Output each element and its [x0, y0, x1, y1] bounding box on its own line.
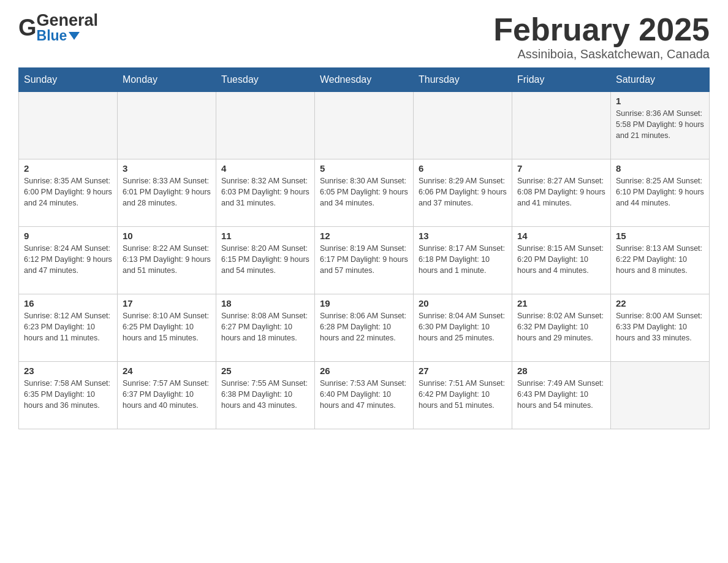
calendar-cell: 4Sunrise: 8:32 AM Sunset: 6:03 PM Daylig…	[216, 159, 315, 227]
calendar-cell: 22Sunrise: 8:00 AM Sunset: 6:33 PM Dayli…	[611, 294, 710, 362]
day-info: Sunrise: 8:10 AM Sunset: 6:25 PM Dayligh…	[123, 310, 211, 343]
day-info: Sunrise: 8:27 AM Sunset: 6:08 PM Dayligh…	[517, 175, 605, 209]
calendar-cell: 19Sunrise: 8:06 AM Sunset: 6:28 PM Dayli…	[315, 294, 414, 362]
calendar-header-sunday: Sunday	[19, 68, 118, 92]
day-number: 1	[616, 96, 704, 106]
calendar-cell: 3Sunrise: 8:33 AM Sunset: 6:01 PM Daylig…	[118, 159, 216, 227]
day-number: 10	[123, 231, 211, 241]
calendar-cell: 27Sunrise: 7:51 AM Sunset: 6:42 PM Dayli…	[414, 362, 512, 429]
day-number: 6	[419, 163, 507, 174]
calendar-header-thursday: Thursday	[414, 68, 512, 92]
calendar-cell	[216, 92, 315, 159]
calendar-header-monday: Monday	[118, 68, 216, 92]
page-header: G General Blue February 2025 Assiniboia,…	[18, 12, 710, 61]
day-number: 20	[419, 298, 507, 308]
page-title: February 2025	[493, 12, 710, 47]
logo-blue: Blue	[37, 29, 67, 43]
day-info: Sunrise: 8:06 AM Sunset: 6:28 PM Dayligh…	[320, 310, 408, 343]
day-number: 15	[616, 231, 704, 241]
day-info: Sunrise: 8:24 AM Sunset: 6:12 PM Dayligh…	[24, 243, 112, 276]
day-info: Sunrise: 7:57 AM Sunset: 6:37 PM Dayligh…	[123, 378, 211, 411]
calendar-header-saturday: Saturday	[611, 68, 710, 92]
day-info: Sunrise: 8:12 AM Sunset: 6:23 PM Dayligh…	[24, 310, 112, 343]
day-info: Sunrise: 7:58 AM Sunset: 6:35 PM Dayligh…	[24, 378, 112, 411]
day-number: 17	[123, 298, 211, 308]
day-info: Sunrise: 8:20 AM Sunset: 6:15 PM Dayligh…	[221, 243, 309, 276]
day-info: Sunrise: 8:25 AM Sunset: 6:10 PM Dayligh…	[616, 175, 704, 209]
calendar-week-row: 16Sunrise: 8:12 AM Sunset: 6:23 PM Dayli…	[19, 294, 710, 362]
calendar-cell: 11Sunrise: 8:20 AM Sunset: 6:15 PM Dayli…	[216, 227, 315, 294]
calendar-cell	[19, 92, 118, 159]
day-info: Sunrise: 8:30 AM Sunset: 6:05 PM Dayligh…	[320, 175, 408, 209]
calendar-cell: 23Sunrise: 7:58 AM Sunset: 6:35 PM Dayli…	[19, 362, 118, 429]
day-number: 13	[419, 231, 507, 241]
day-number: 2	[24, 163, 112, 174]
day-number: 8	[616, 163, 704, 174]
day-info: Sunrise: 7:51 AM Sunset: 6:42 PM Dayligh…	[419, 378, 507, 411]
day-info: Sunrise: 8:29 AM Sunset: 6:06 PM Dayligh…	[419, 175, 507, 209]
day-number: 18	[221, 298, 309, 308]
calendar-cell	[315, 92, 414, 159]
day-info: Sunrise: 8:32 AM Sunset: 6:03 PM Dayligh…	[221, 175, 309, 209]
calendar-header-wednesday: Wednesday	[315, 68, 414, 92]
logo-general: General	[37, 12, 99, 29]
calendar-cell: 1Sunrise: 8:36 AM Sunset: 5:58 PM Daylig…	[611, 92, 710, 159]
day-number: 26	[320, 366, 408, 376]
logo-arrow-icon	[69, 32, 80, 40]
calendar-cell: 6Sunrise: 8:29 AM Sunset: 6:06 PM Daylig…	[414, 159, 512, 227]
calendar-table: SundayMondayTuesdayWednesdayThursdayFrid…	[18, 67, 710, 429]
day-info: Sunrise: 8:02 AM Sunset: 6:32 PM Dayligh…	[517, 310, 605, 343]
day-number: 11	[221, 231, 309, 241]
calendar-cell: 10Sunrise: 8:22 AM Sunset: 6:13 PM Dayli…	[118, 227, 216, 294]
title-block: February 2025 Assiniboia, Saskatchewan, …	[493, 12, 710, 61]
calendar-cell: 28Sunrise: 7:49 AM Sunset: 6:43 PM Dayli…	[512, 362, 611, 429]
calendar-cell: 9Sunrise: 8:24 AM Sunset: 6:12 PM Daylig…	[19, 227, 118, 294]
day-info: Sunrise: 7:55 AM Sunset: 6:38 PM Dayligh…	[221, 378, 309, 411]
calendar-week-row: 9Sunrise: 8:24 AM Sunset: 6:12 PM Daylig…	[19, 227, 710, 294]
day-number: 14	[517, 231, 605, 241]
page-subtitle: Assiniboia, Saskatchewan, Canada	[493, 47, 710, 61]
calendar-week-row: 23Sunrise: 7:58 AM Sunset: 6:35 PM Dayli…	[19, 362, 710, 429]
day-info: Sunrise: 8:00 AM Sunset: 6:33 PM Dayligh…	[616, 310, 704, 343]
calendar-cell: 12Sunrise: 8:19 AM Sunset: 6:17 PM Dayli…	[315, 227, 414, 294]
calendar-cell: 5Sunrise: 8:30 AM Sunset: 6:05 PM Daylig…	[315, 159, 414, 227]
day-number: 24	[123, 366, 211, 376]
calendar-cell: 21Sunrise: 8:02 AM Sunset: 6:32 PM Dayli…	[512, 294, 611, 362]
day-number: 22	[616, 298, 704, 308]
day-info: Sunrise: 8:17 AM Sunset: 6:18 PM Dayligh…	[419, 243, 507, 276]
logo-g: G	[18, 16, 37, 39]
day-number: 3	[123, 163, 211, 174]
day-info: Sunrise: 8:08 AM Sunset: 6:27 PM Dayligh…	[221, 310, 309, 343]
calendar-week-row: 1Sunrise: 8:36 AM Sunset: 5:58 PM Daylig…	[19, 92, 710, 159]
day-info: Sunrise: 8:36 AM Sunset: 5:58 PM Dayligh…	[616, 108, 704, 141]
day-info: Sunrise: 8:22 AM Sunset: 6:13 PM Dayligh…	[123, 243, 211, 276]
day-info: Sunrise: 7:49 AM Sunset: 6:43 PM Dayligh…	[517, 378, 605, 411]
calendar-cell: 14Sunrise: 8:15 AM Sunset: 6:20 PM Dayli…	[512, 227, 611, 294]
calendar-cell: 15Sunrise: 8:13 AM Sunset: 6:22 PM Dayli…	[611, 227, 710, 294]
day-info: Sunrise: 7:53 AM Sunset: 6:40 PM Dayligh…	[320, 378, 408, 411]
day-number: 12	[320, 231, 408, 241]
calendar-cell: 17Sunrise: 8:10 AM Sunset: 6:25 PM Dayli…	[118, 294, 216, 362]
calendar-header-friday: Friday	[512, 68, 611, 92]
calendar-cell: 8Sunrise: 8:25 AM Sunset: 6:10 PM Daylig…	[611, 159, 710, 227]
day-info: Sunrise: 8:19 AM Sunset: 6:17 PM Dayligh…	[320, 243, 408, 276]
calendar-cell	[414, 92, 512, 159]
day-number: 27	[419, 366, 507, 376]
calendar-cell: 18Sunrise: 8:08 AM Sunset: 6:27 PM Dayli…	[216, 294, 315, 362]
day-number: 25	[221, 366, 309, 376]
calendar-cell	[611, 362, 710, 429]
calendar-header-row: SundayMondayTuesdayWednesdayThursdayFrid…	[19, 68, 710, 92]
calendar-cell: 13Sunrise: 8:17 AM Sunset: 6:18 PM Dayli…	[414, 227, 512, 294]
day-number: 7	[517, 163, 605, 174]
day-info: Sunrise: 8:04 AM Sunset: 6:30 PM Dayligh…	[419, 310, 507, 343]
day-number: 16	[24, 298, 112, 308]
day-number: 23	[24, 366, 112, 376]
logo: G General Blue	[18, 12, 98, 43]
day-number: 9	[24, 231, 112, 241]
day-info: Sunrise: 8:35 AM Sunset: 6:00 PM Dayligh…	[24, 175, 112, 209]
day-info: Sunrise: 8:15 AM Sunset: 6:20 PM Dayligh…	[517, 243, 605, 276]
day-number: 28	[517, 366, 605, 376]
calendar-cell: 25Sunrise: 7:55 AM Sunset: 6:38 PM Dayli…	[216, 362, 315, 429]
day-number: 5	[320, 163, 408, 174]
calendar-cell: 24Sunrise: 7:57 AM Sunset: 6:37 PM Dayli…	[118, 362, 216, 429]
